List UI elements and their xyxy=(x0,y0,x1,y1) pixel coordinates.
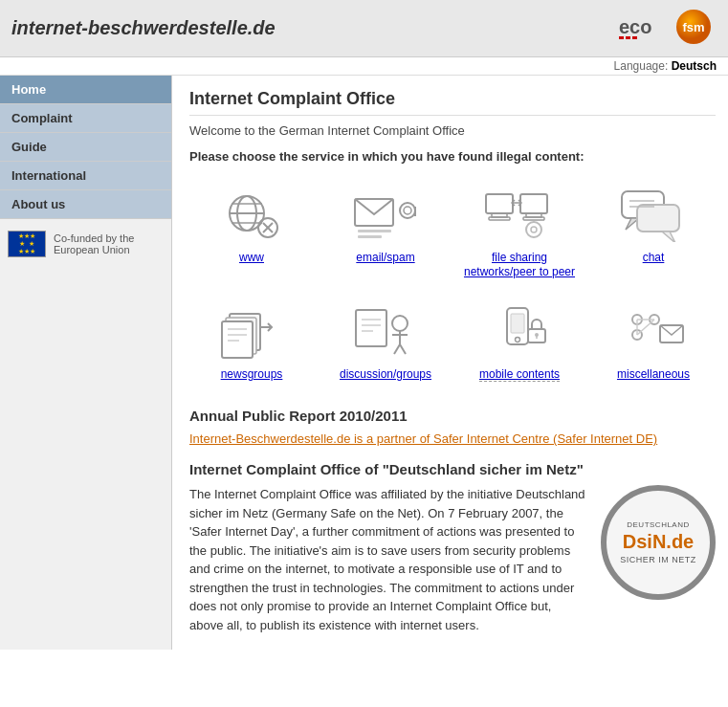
dsint-content: The Internet Complaint Office was affili… xyxy=(189,485,716,634)
service-www: www xyxy=(189,179,314,286)
svg-rect-31 xyxy=(637,205,679,232)
layout: Home Complaint Guide International About… xyxy=(0,76,728,650)
svg-rect-3 xyxy=(632,36,637,39)
svg-marker-32 xyxy=(662,232,675,242)
nav-home[interactable]: Home xyxy=(0,76,171,104)
service-icon-grid: www xyxy=(189,179,716,388)
svg-point-46 xyxy=(392,316,408,331)
eu-flag: ★★★★ ★★★★ xyxy=(8,231,46,257)
nav-complaint[interactable]: Complaint xyxy=(0,104,171,133)
svg-rect-1 xyxy=(619,36,624,39)
svg-point-16 xyxy=(404,207,411,214)
svg-point-28 xyxy=(531,227,537,232)
discussion-icon xyxy=(347,303,424,361)
email-link[interactable]: email/spam xyxy=(356,251,414,264)
svg-rect-20 xyxy=(486,194,513,213)
misc-icon xyxy=(615,303,692,361)
eu-stars: ★★★★ ★★★★ xyxy=(18,232,35,254)
language-label: Language: xyxy=(614,59,669,73)
svg-point-15 xyxy=(400,203,415,218)
filesharing-link[interactable]: file sharing networks/peer to peer xyxy=(464,251,575,278)
www-icon xyxy=(213,187,290,244)
mobile-icon xyxy=(481,303,558,361)
annual-report-title: Annual Public Report 2010/2011 xyxy=(189,408,716,424)
eu-text: Co-funded by the European Union xyxy=(54,232,164,255)
sidebar: Home Complaint Guide International About… xyxy=(0,76,172,650)
page-title: Internet Complaint Office xyxy=(189,89,716,116)
nav-about[interactable]: About us xyxy=(0,190,171,219)
dsint-body: The Internet Complaint Office was affili… xyxy=(189,485,587,634)
email-icon xyxy=(347,187,424,244)
misc-link[interactable]: miscellaneous xyxy=(617,367,690,381)
welcome-text: Welcome to the German Internet Complaint… xyxy=(189,123,716,138)
discussion-link[interactable]: discussion/groups xyxy=(340,367,431,381)
dsint-logo-main-text: DsiN.de xyxy=(623,531,694,553)
svg-rect-23 xyxy=(520,194,547,213)
svg-rect-42 xyxy=(356,310,386,346)
svg-rect-19 xyxy=(358,235,382,238)
service-discussion: discussion/groups xyxy=(323,296,448,388)
dsint-logo: DEUTSCHLAND DsiN.de SICHER IM NETZ xyxy=(601,485,716,600)
fsm-logo: fsm xyxy=(671,8,717,49)
service-misc: miscellaneous xyxy=(591,296,716,388)
svg-point-27 xyxy=(526,222,541,237)
svg-rect-25 xyxy=(523,217,544,220)
chat-icon xyxy=(615,187,692,244)
www-link[interactable]: www xyxy=(239,251,264,264)
svg-rect-37 xyxy=(222,321,253,358)
svg-text:eco: eco xyxy=(619,16,651,37)
svg-rect-18 xyxy=(358,230,391,232)
nav-guide[interactable]: Guide xyxy=(0,133,171,162)
language-bar: Language: Deutsch xyxy=(0,57,728,76)
svg-rect-52 xyxy=(511,314,524,333)
eco-logo: eco xyxy=(617,12,663,44)
newsgroups-link[interactable]: newsgroups xyxy=(221,367,283,381)
svg-rect-2 xyxy=(626,36,630,39)
service-email: email/spam xyxy=(323,179,448,286)
eu-badge: ★★★★ ★★★★ Co-funded by the European Unio… xyxy=(8,231,164,257)
current-language: Deutsch xyxy=(672,59,717,73)
svg-line-49 xyxy=(394,344,400,354)
mobile-link[interactable]: mobile contents xyxy=(479,367,560,382)
service-mobile: mobile contents xyxy=(457,296,582,388)
main-content: Internet Complaint Office Welcome to the… xyxy=(172,76,728,650)
header: internet-beschwerdestelle.de eco fsm xyxy=(0,0,728,57)
svg-text:fsm: fsm xyxy=(682,20,704,34)
partner-link[interactable]: Internet-Beschwerdestelle.de is a partne… xyxy=(189,431,716,446)
service-filesharing: file sharing networks/peer to peer xyxy=(457,179,582,286)
nav-international[interactable]: International xyxy=(0,162,171,190)
logo-area: eco fsm xyxy=(617,8,717,49)
service-chat: chat xyxy=(591,179,716,286)
dsint-logo-sub-text: SICHER IM NETZ xyxy=(620,555,696,564)
svg-line-50 xyxy=(400,344,406,354)
choose-prompt: Please choose the service in which you h… xyxy=(189,149,716,164)
dsint-title: Internet Complaint Office of "Deutschlan… xyxy=(189,461,716,477)
dsint-logo-top-text: DEUTSCHLAND xyxy=(627,520,690,529)
chat-link[interactable]: chat xyxy=(643,251,665,264)
service-newsgroups: newsgroups xyxy=(189,296,314,388)
newsgroups-icon xyxy=(213,303,290,361)
filesharing-icon xyxy=(481,187,558,244)
site-title: internet-beschwerdestelle.de xyxy=(11,17,276,39)
svg-line-63 xyxy=(637,320,654,335)
svg-rect-22 xyxy=(489,217,510,220)
